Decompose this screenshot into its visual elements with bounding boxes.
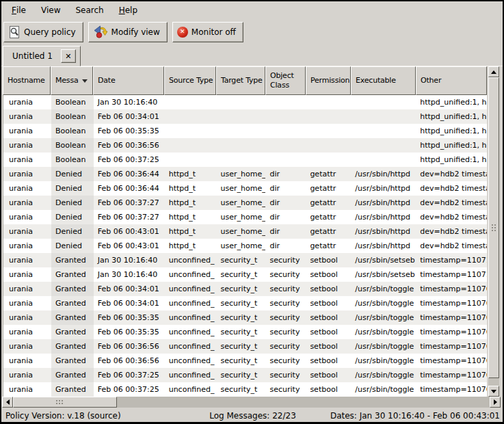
cell-executable: /usr/sbin/toggle bbox=[351, 296, 416, 310]
cell-source-type: unconfined_ bbox=[165, 282, 217, 296]
column-header-label: Hostname bbox=[8, 76, 49, 85]
column-header-other[interactable]: Other bbox=[416, 66, 487, 95]
cell-permission: setbool bbox=[306, 310, 351, 325]
table-row[interactable]: uraniaBooleanFeb 06 00:36:56httpd_unifie… bbox=[3, 138, 487, 153]
table-row[interactable]: uraniaDeniedFeb 06 00:36:44httpd_tuser_h… bbox=[3, 181, 487, 196]
table-row[interactable]: uraniaGrantedFeb 06 00:35:35unconfined_s… bbox=[3, 310, 487, 325]
column-header-source-type[interactable]: Source Type bbox=[164, 66, 216, 95]
cell-hostname: urania bbox=[3, 181, 51, 196]
cell-permission: getattr bbox=[306, 239, 351, 253]
column-header-permission[interactable]: Permission bbox=[306, 66, 351, 95]
cell-hostname: urania bbox=[3, 267, 51, 282]
cell-executable bbox=[351, 153, 416, 167]
cell-permission: setbool bbox=[306, 253, 351, 267]
magnifier-document-icon bbox=[8, 26, 21, 38]
cell-other: dev=hdb2 timesta bbox=[416, 224, 487, 239]
arrow-up-icon bbox=[491, 70, 496, 74]
cell-executable: /usr/sbin/httpd bbox=[351, 167, 416, 181]
scroll-up-button[interactable] bbox=[488, 66, 499, 77]
column-header-date[interactable]: Date bbox=[93, 66, 164, 95]
cell-executable: /usr/sbin/toggle bbox=[351, 310, 416, 325]
cell-executable: /usr/sbin/httpd bbox=[351, 196, 416, 210]
cell-other: timestamp=11076 bbox=[416, 282, 487, 296]
table-row[interactable]: uraniaBooleanFeb 06 00:35:35httpd_unifie… bbox=[3, 124, 487, 138]
tab-close-button[interactable]: ✕ bbox=[61, 49, 76, 63]
horizontal-scrollbar[interactable] bbox=[2, 397, 501, 408]
modify-view-label: Modify view bbox=[111, 27, 160, 37]
vertical-scrollbar[interactable] bbox=[488, 66, 499, 397]
column-header-object-class[interactable]: Object Class bbox=[265, 66, 306, 95]
table-row[interactable]: uraniaGrantedFeb 06 00:36:56unconfined_s… bbox=[3, 354, 487, 368]
table-row[interactable]: uraniaDeniedFeb 06 00:37:27httpd_tuser_h… bbox=[3, 210, 487, 224]
column-header-executable[interactable]: Executable bbox=[351, 66, 416, 95]
table-row[interactable]: uraniaDeniedFeb 06 00:43:01httpd_tuser_h… bbox=[3, 239, 487, 253]
menu-file[interactable]: File bbox=[4, 1, 34, 19]
cell-hostname: urania bbox=[3, 368, 51, 382]
cell-executable bbox=[351, 124, 416, 138]
cell-hostname: urania bbox=[3, 109, 51, 124]
cell-other: dev=hdb2 timesta bbox=[416, 167, 487, 181]
cell-message: Granted bbox=[51, 368, 94, 382]
cell-permission: getattr bbox=[306, 210, 351, 224]
cell-date: Feb 06 00:37:27 bbox=[94, 210, 165, 224]
cell-object-class: dir bbox=[265, 239, 306, 253]
cell-date: Jan 30 10:16:40 bbox=[94, 95, 165, 109]
cell-object-class bbox=[265, 95, 306, 109]
column-header-hostname[interactable]: Hostname bbox=[3, 66, 51, 95]
table-row[interactable]: uraniaBooleanFeb 06 00:34:01httpd_unifie… bbox=[3, 109, 487, 124]
column-header-target-type[interactable]: Target Type bbox=[216, 66, 265, 95]
table-row[interactable]: uraniaBooleanFeb 06 00:37:25httpd_unifie… bbox=[3, 153, 487, 167]
scroll-right-button[interactable] bbox=[490, 397, 501, 408]
cell-executable: /usr/sbin/toggle bbox=[351, 282, 416, 296]
cell-other: timestamp=11076 bbox=[416, 368, 487, 382]
table-row[interactable]: uraniaGrantedFeb 06 00:35:35unconfined_s… bbox=[3, 325, 487, 339]
table-row[interactable]: uraniaGrantedFeb 06 00:36:56unconfined_s… bbox=[3, 339, 487, 354]
scrollbar-grip-icon bbox=[62, 400, 63, 401]
table-row[interactable]: uraniaDeniedFeb 06 00:37:27httpd_tuser_h… bbox=[3, 196, 487, 210]
log-messages-status: Log Messages: 22/23 bbox=[209, 411, 296, 421]
cell-target-type bbox=[217, 95, 266, 109]
cell-message: Denied bbox=[51, 224, 94, 239]
column-header-message[interactable]: Messa bbox=[51, 66, 93, 95]
table-row[interactable]: uraniaGrantedFeb 06 00:37:25unconfined_s… bbox=[3, 382, 487, 397]
table-row[interactable]: uraniaDeniedFeb 06 00:36:44httpd_tuser_h… bbox=[3, 167, 487, 181]
table-row[interactable]: uraniaDeniedFeb 06 00:43:01httpd_tuser_h… bbox=[3, 224, 487, 239]
cell-permission bbox=[306, 138, 351, 153]
cell-hostname: urania bbox=[3, 354, 51, 368]
table-row[interactable]: uraniaGrantedFeb 06 00:37:25unconfined_s… bbox=[3, 368, 487, 382]
cell-date: Feb 06 00:35:35 bbox=[94, 325, 165, 339]
monitor-off-button[interactable]: ✕ Monitor off bbox=[172, 22, 243, 42]
cell-permission: setbool bbox=[306, 382, 351, 397]
cell-source-type: unconfined_ bbox=[165, 339, 217, 354]
tab-untitled-1[interactable]: Untitled 1 ✕ bbox=[3, 46, 81, 66]
table-row[interactable]: uraniaGrantedFeb 06 00:34:01unconfined_s… bbox=[3, 282, 487, 296]
vertical-scrollbar-thumb[interactable] bbox=[488, 77, 499, 378]
cell-other: dev=hdb2 timesta bbox=[416, 196, 487, 210]
menu-view[interactable]: View bbox=[34, 1, 68, 19]
cell-hostname: urania bbox=[3, 167, 51, 181]
scroll-down-button[interactable] bbox=[488, 386, 499, 397]
cell-target-type: user_home_ bbox=[217, 181, 266, 196]
table-row[interactable]: uraniaBooleanJan 30 10:16:40httpd_unifie… bbox=[3, 95, 487, 109]
table-row[interactable]: uraniaGrantedJan 30 10:16:40unconfined_s… bbox=[3, 253, 487, 267]
cell-date: Feb 06 00:35:35 bbox=[94, 310, 165, 325]
cell-permission: setbool bbox=[306, 354, 351, 368]
cell-object-class: dir bbox=[265, 196, 306, 210]
modify-view-button[interactable]: Modify view bbox=[88, 22, 168, 42]
cell-target-type: user_home_ bbox=[217, 239, 266, 253]
table-row[interactable]: uraniaGrantedFeb 06 00:34:01unconfined_s… bbox=[3, 296, 487, 310]
scroll-left-button[interactable] bbox=[2, 397, 13, 408]
table-row[interactable]: uraniaGrantedJan 30 10:16:40unconfined_s… bbox=[3, 267, 487, 282]
horizontal-scrollbar-thumb[interactable] bbox=[13, 397, 117, 408]
cell-target-type bbox=[217, 109, 266, 124]
cell-hostname: urania bbox=[3, 310, 51, 325]
menu-help[interactable]: Help bbox=[111, 1, 145, 19]
cell-message: Granted bbox=[51, 310, 94, 325]
cell-date: Feb 06 00:37:27 bbox=[94, 196, 165, 210]
query-policy-button[interactable]: Query policy bbox=[3, 22, 83, 42]
log-table: HostnameMessaDateSource TypeTarget TypeO… bbox=[3, 66, 499, 397]
cell-executable: /usr/sbin/toggle bbox=[351, 368, 416, 382]
menu-search[interactable]: Search bbox=[68, 1, 111, 19]
cell-object-class: dir bbox=[265, 224, 306, 239]
cell-message: Boolean bbox=[51, 109, 94, 124]
